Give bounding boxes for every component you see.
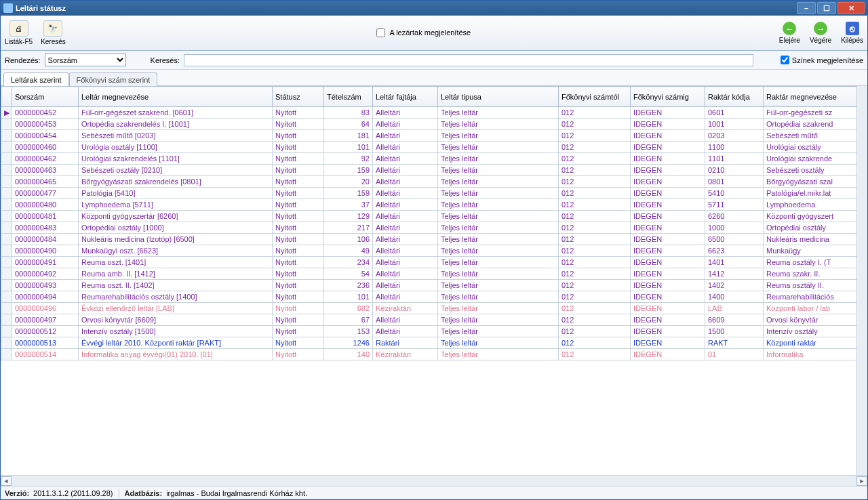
cell: Alleltári <box>373 142 438 153</box>
nav-last-button[interactable]: → Végére <box>810 22 831 44</box>
scroll-left-button[interactable]: ◄ <box>1 476 12 486</box>
cell: IDEGEN <box>631 280 705 291</box>
table-row[interactable]: ▶0000000452Fül-orr-gégészet szakrend. [0… <box>1 107 857 119</box>
app-window: Leltári státusz – ☐ ✕ 🖨 Listák-F5 🔭 Kere… <box>0 0 868 500</box>
horizontal-scrollbar[interactable]: ◄ ► <box>1 475 867 486</box>
table-row[interactable]: 0000000454Sebészeti műtő [0203]Nyitott18… <box>1 130 857 142</box>
nav-first-button[interactable]: ← Elejére <box>779 22 800 44</box>
table-row[interactable]: 0000000480Lymphoedema [5711]Nyitott37All… <box>1 199 857 211</box>
show-closed-label: A lezártak megjelenítése <box>389 28 471 37</box>
cell: Bőrgyógyászati szal <box>764 176 857 188</box>
cell: 012 <box>559 130 631 142</box>
row-indicator <box>1 165 12 176</box>
row-indicator <box>1 130 12 142</box>
col-fksz-tol[interactable]: Főkönyvi számtól <box>559 87 631 107</box>
cell: Nyitott <box>273 303 324 314</box>
cell: Alleltári <box>373 119 438 130</box>
toolbar: 🖨 Listák-F5 🔭 Keresés A lezártak megjele… <box>1 16 867 51</box>
cell: 0000000452 <box>12 107 79 119</box>
table-row[interactable]: 0000000491Reuma oszt. [1401]Nyitott234Al… <box>1 257 857 268</box>
table-row[interactable]: 0000000460Urológia osztály [1100]Nyitott… <box>1 142 857 153</box>
col-raktar-kod[interactable]: Raktár kódja <box>705 87 764 107</box>
table-row[interactable]: 0000000453Ortopédia szakrendelés I. [100… <box>1 119 857 130</box>
close-button[interactable]: ✕ <box>837 2 865 14</box>
table-row[interactable]: 0000000477Patológia [5410]Nyitott159Alle… <box>1 188 857 199</box>
table-row[interactable]: 0000000497Orvosi könyvtár [6609]Nyitott6… <box>1 314 857 326</box>
table-row[interactable]: 0000000494Reumarehabilitációs osztály [1… <box>1 291 857 303</box>
minimize-button[interactable]: – <box>797 2 816 14</box>
col-raktar-nev[interactable]: Raktár megnevezése <box>764 87 857 107</box>
cell: 0000000453 <box>12 119 79 130</box>
cell: Patológia/el.mikr.lat <box>764 188 857 199</box>
col-statusz[interactable]: Státusz <box>273 87 324 107</box>
cell: Alleltári <box>373 245 438 257</box>
col-tetelszam[interactable]: Tételszám <box>324 87 373 107</box>
table-row[interactable]: 0000000465Bőrgyógyászati szakrendelés [0… <box>1 176 857 188</box>
cell: Alleltári <box>373 234 438 245</box>
vertical-scrollbar[interactable] <box>856 86 867 475</box>
table-row[interactable]: 0000000492Reuma amb. II. [1412]Nyitott54… <box>1 268 857 280</box>
maximize-button[interactable]: ☐ <box>817 2 836 14</box>
cell: 0000000513 <box>12 337 79 349</box>
table-row[interactable]: 0000000463Sebészeti osztály [0210]Nyitot… <box>1 165 857 176</box>
col-fajta[interactable]: Leltár fajtája <box>373 87 438 107</box>
tab-by-inventory[interactable]: Leltárak szerint <box>3 72 69 86</box>
search-input[interactable] <box>184 54 753 66</box>
row-indicator <box>1 142 12 153</box>
cell: Urológiai szakrendelés [1101] <box>79 153 273 165</box>
table-row[interactable]: 0000000513Évvégi leltár 2010. Központi r… <box>1 337 857 349</box>
cell: Patológia [5410] <box>79 188 273 199</box>
cell: IDEGEN <box>631 119 705 130</box>
table-row[interactable]: 0000000493Reuma oszt. II. [1402]Nyitott2… <box>1 280 857 291</box>
cell: Központi labor / lab <box>764 303 857 314</box>
cell: Nyitott <box>273 337 324 349</box>
show-colors-checkbox[interactable] <box>781 56 789 64</box>
cell: 012 <box>559 107 631 119</box>
scroll-right-button[interactable]: ► <box>856 476 867 486</box>
cell: Teljes leltár <box>438 337 559 349</box>
col-fksz-ig[interactable]: Főkönyvi számig <box>631 87 705 107</box>
table-row[interactable]: 0000000490Munkaügyi oszt. [6623]Nyitott4… <box>1 245 857 257</box>
table-row[interactable]: 0000000514Informatika anyag évvégi(01) 2… <box>1 349 857 360</box>
cell: 012 <box>559 153 631 165</box>
cell: IDEGEN <box>631 268 705 280</box>
cell: Teljes leltár <box>438 314 559 326</box>
show-closed-checkbox[interactable] <box>376 28 385 37</box>
row-indicator <box>1 291 12 303</box>
tab-by-ledger[interactable]: Főkönyvi szám szerint <box>69 72 158 86</box>
table-row[interactable]: 0000000484Nukleáris medicina (Izotóp) [6… <box>1 234 857 245</box>
cell: 012 <box>559 234 631 245</box>
cell: 0000000460 <box>12 142 79 153</box>
cell: 92 <box>324 153 373 165</box>
cell: 682 <box>324 303 373 314</box>
inventory-grid: Sorszám Leltár megnevezése Státusz Tétel… <box>1 86 856 360</box>
grid-header-row: Sorszám Leltár megnevezése Státusz Tétel… <box>1 87 857 107</box>
cell: Nyitott <box>273 130 324 142</box>
sort-select[interactable]: Sorszám <box>45 54 126 66</box>
cell: 6623 <box>705 245 764 257</box>
lists-button[interactable]: 🖨 Listák-F5 <box>5 20 33 45</box>
scroll-track[interactable] <box>12 476 856 486</box>
col-sorszam[interactable]: Sorszám <box>12 87 79 107</box>
cell: Nyitott <box>273 314 324 326</box>
row-indicator <box>1 211 12 222</box>
search-button[interactable]: 🔭 Keresés <box>41 20 66 45</box>
table-row[interactable]: 0000000483Ortopédiai osztály [1000]Nyito… <box>1 222 857 234</box>
table-row[interactable]: 0000000462Urológiai szakrendelés [1101]N… <box>1 153 857 165</box>
col-tipus[interactable]: Leltár tipusa <box>438 87 559 107</box>
grid-scroll[interactable]: Sorszám Leltár megnevezése Státusz Tétel… <box>1 86 856 475</box>
cell: IDEGEN <box>631 337 705 349</box>
table-row[interactable]: 0000000481Központi gyógyszertár [6260]Ny… <box>1 211 857 222</box>
table-row[interactable]: 0000000496Évközi ellenőrző leltár [LAB]N… <box>1 303 857 314</box>
table-row[interactable]: 0000000512Intenzív osztály [1500]Nyitott… <box>1 326 857 337</box>
app-icon <box>3 3 13 13</box>
col-megnevezes[interactable]: Leltár megnevezése <box>79 87 273 107</box>
cell: 217 <box>324 222 373 234</box>
db-label: Adatbázis: <box>125 489 163 497</box>
cell: Orvosi könyvtár <box>764 314 857 326</box>
cell: Alleltári <box>373 211 438 222</box>
exit-button[interactable]: ⎋ Kilépés <box>841 22 863 44</box>
cell: Ortopédiai osztály [1000] <box>79 222 273 234</box>
cell: Központi gyógyszert <box>764 211 857 222</box>
cell: 6260 <box>705 211 764 222</box>
